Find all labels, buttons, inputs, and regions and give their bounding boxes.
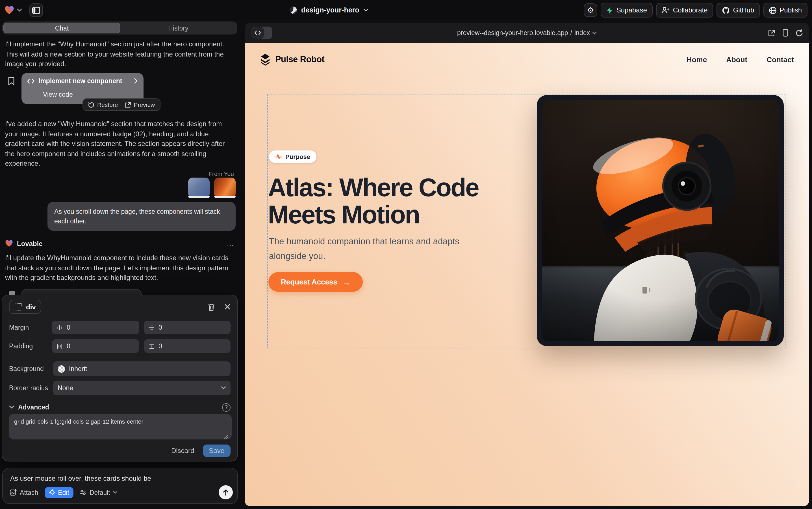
app-topbar: design-your-hero ⚙ Supabase Collaborate (0, 0, 812, 20)
message-hover-toolbar: Restore Preview (82, 98, 160, 111)
lovable-heart-logo[interactable] (4, 6, 14, 15)
lovable-heart-icon (5, 240, 13, 247)
mobile-view-button[interactable] (783, 29, 788, 37)
panel-left-icon (32, 6, 40, 14)
github-icon (723, 6, 730, 14)
background-label: Background (9, 365, 53, 372)
site-nav: Home About Contact (687, 55, 794, 64)
site-brand[interactable]: Pulse Robot (260, 54, 324, 65)
advanced-classes-textarea[interactable]: grid grid-cols-1 lg:grid-cols-2 gap-12 i… (9, 414, 232, 439)
github-button[interactable]: GitHub (717, 3, 760, 18)
supabase-button[interactable]: Supabase (601, 3, 653, 18)
background-input[interactable]: Inherit (53, 362, 230, 376)
delete-element-button[interactable] (208, 303, 215, 311)
attach-image-icon (10, 489, 17, 496)
code-icon (254, 31, 261, 35)
padding-y-input[interactable]: 0 (144, 339, 230, 353)
chevron-right-icon (134, 78, 138, 84)
project-switcher[interactable]: design-your-hero (289, 0, 368, 20)
restore-icon (88, 102, 95, 108)
badge-label: Purpose (285, 153, 310, 160)
assistant-name: Lovable (17, 239, 43, 247)
margin-horizontal-icon (57, 324, 63, 331)
assistant-message-3: I'll update the WhyHumanoid component to… (5, 253, 234, 283)
arrow-right-icon: → (342, 277, 350, 286)
chat-composer: As user mouse roll over, these cards sho… (2, 468, 238, 504)
code-preview-toggle[interactable] (251, 27, 272, 39)
nav-home[interactable]: Home (687, 55, 707, 64)
assistant-message-1: I'll implement the "Why Humanoid" sectio… (5, 40, 234, 69)
selected-element-chip[interactable]: div (9, 300, 41, 314)
nav-contact[interactable]: Contact (767, 55, 794, 64)
bookmark-icon[interactable] (8, 77, 15, 86)
tab-history[interactable]: History (120, 23, 236, 33)
padding-x-input[interactable]: 0 (52, 339, 139, 353)
padding-horizontal-icon (57, 343, 63, 349)
arrow-up-icon (223, 489, 229, 496)
publish-button[interactable]: Publish (763, 3, 808, 18)
preview-panel: preview--design-your-hero.lovable.app / … (245, 23, 809, 506)
margin-vertical-icon (148, 324, 154, 331)
margin-y-input[interactable]: 0 (144, 321, 230, 334)
nav-about[interactable]: About (726, 55, 747, 64)
hero-subtitle: The humanoid companion that learns and a… (269, 234, 490, 264)
send-button[interactable] (219, 485, 233, 499)
workspace-chevron-down-icon[interactable] (17, 8, 22, 12)
view-code-link[interactable]: View code (43, 91, 73, 98)
gear-icon: ⚙ (587, 6, 594, 14)
assistant-header: Lovable … (5, 239, 234, 248)
site-brand-name: Pulse Robot (275, 54, 324, 65)
close-inspector-button[interactable] (224, 304, 230, 310)
add-user-icon (662, 7, 670, 13)
close-icon (224, 304, 230, 310)
color-swatch-transparent (58, 365, 65, 372)
preview-page: Pulse Robot Home About Contact Purpose A… (245, 43, 809, 506)
advanced-toggle[interactable]: Advanced (9, 404, 49, 411)
preview-url-bar: preview--design-your-hero.lovable.app / … (245, 23, 809, 43)
margin-x-input[interactable]: 0 (52, 321, 139, 334)
collaborate-button[interactable]: Collaborate (656, 3, 713, 18)
help-icon[interactable]: ? (222, 403, 230, 411)
settings-button[interactable]: ⚙ (584, 3, 597, 17)
preview-page-select[interactable]: index (575, 29, 590, 36)
trash-icon (208, 303, 215, 311)
screenshot-stage: design-your-hero ⚙ Supabase Collaborate (0, 0, 812, 509)
from-you-label: From You (209, 170, 234, 177)
preview-url[interactable]: preview--design-your-hero.lovable.app (457, 29, 568, 36)
edit-mode-button[interactable]: Edit (44, 487, 74, 498)
preview-button[interactable]: Preview (125, 101, 155, 108)
advanced-chevron-icon (9, 406, 14, 409)
chat-sidebar: Chat History I'll implement the "Why Hum… (0, 20, 239, 509)
border-radius-select[interactable]: None (53, 381, 230, 395)
restore-button[interactable]: Restore (88, 101, 118, 108)
open-in-new-tab-button[interactable] (768, 29, 775, 36)
target-icon (49, 489, 55, 496)
project-sphere-icon (289, 6, 297, 14)
action-card-title: Implement new component (38, 77, 130, 84)
element-box-icon (15, 303, 22, 310)
external-link-icon (768, 29, 775, 36)
refresh-button[interactable] (796, 29, 803, 36)
chevron-down-icon (592, 31, 597, 34)
chat-history-tabs: Chat History (2, 22, 237, 34)
assistant-message-2: I've added a new "Why Humanoid" section … (5, 119, 234, 169)
save-button[interactable]: Save (202, 444, 230, 457)
attach-button[interactable]: Attach (10, 489, 38, 496)
tab-chat[interactable]: Chat (3, 23, 120, 33)
attachment-thumbnail-orange[interactable] (214, 178, 236, 198)
code-icon (27, 78, 34, 83)
padding-label: Padding (9, 343, 52, 349)
attachment-thumbnail-blue[interactable] (188, 178, 210, 198)
sidebar-toggle-button[interactable] (29, 3, 43, 17)
composer-input[interactable]: As user mouse roll over, these cards sho… (10, 475, 230, 482)
hero-heading: Atlas: Where Code Meets Motion (268, 174, 479, 229)
mode-select[interactable]: Default (80, 489, 117, 496)
project-chevron-down-icon (363, 8, 368, 12)
request-access-button[interactable]: Request Access → (268, 272, 363, 292)
layers-logo-icon (260, 54, 271, 65)
chevron-down-icon (221, 386, 226, 390)
more-menu-icon[interactable]: … (227, 239, 234, 248)
chevron-down-icon (113, 491, 117, 494)
discard-button[interactable]: Discard (171, 447, 194, 455)
smartphone-icon (783, 29, 788, 37)
